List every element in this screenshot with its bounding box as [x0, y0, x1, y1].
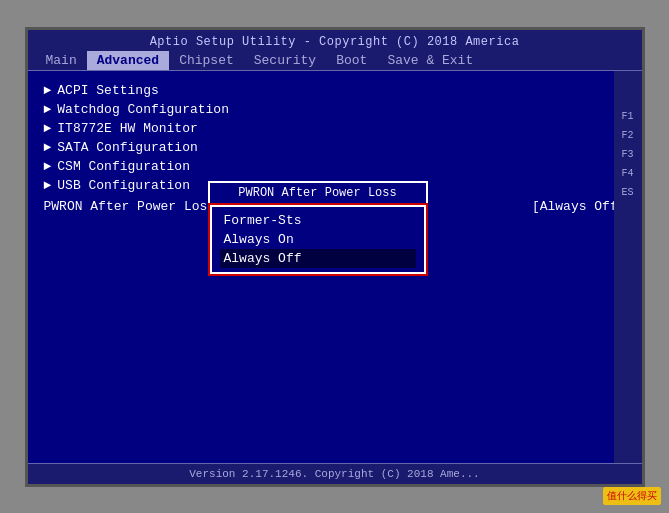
nav-save-exit[interactable]: Save & Exit: [377, 51, 483, 70]
popup-option-former[interactable]: Former-Sts: [220, 211, 416, 230]
nav-chipset[interactable]: Chipset: [169, 51, 244, 70]
nav-bar: Main Advanced Chipset Security Boot Save…: [28, 51, 642, 70]
fkey-f2[interactable]: F2: [621, 130, 633, 141]
popup-inner: Former-Sts Always On Always Off: [210, 205, 426, 274]
menu-item-label: USB Configuration: [57, 178, 190, 193]
arrow-icon: ►: [44, 159, 52, 174]
arrow-icon: ►: [44, 140, 52, 155]
fkey-f3[interactable]: F3: [621, 149, 633, 160]
nav-security[interactable]: Security: [244, 51, 326, 70]
fkey-f4[interactable]: F4: [621, 168, 633, 179]
list-item[interactable]: ► Watchdog Configuration: [44, 100, 626, 119]
menu-item-label: ACPI Settings: [57, 83, 158, 98]
fkey-f1[interactable]: F1: [621, 111, 633, 122]
menu-item-label: CSM Configuration: [57, 159, 190, 174]
arrow-icon: ►: [44, 102, 52, 117]
list-item[interactable]: ► ACPI Settings: [44, 81, 626, 100]
popup-option-always-on[interactable]: Always On: [220, 230, 416, 249]
bios-screen: Aptio Setup Utility - Copyright (C) 2018…: [25, 27, 645, 487]
footer-bar: Version 2.17.1246. Copyright (C) 2018 Am…: [28, 463, 642, 484]
menu-item-label: SATA Configuration: [57, 140, 197, 155]
popup-box: Former-Sts Always On Always Off: [208, 203, 428, 276]
list-item[interactable]: ► IT8772E HW Monitor: [44, 119, 626, 138]
arrow-icon: ►: [44, 121, 52, 136]
nav-main[interactable]: Main: [36, 51, 87, 70]
popup-title: PWRON After Power Loss: [208, 181, 428, 203]
pwron-value: [Always Off]: [532, 199, 626, 214]
function-keys-panel: F1 F2 F3 F4 ES: [614, 71, 642, 463]
popup-title-text: PWRON After Power Loss: [238, 186, 396, 200]
arrow-icon: ►: [44, 83, 52, 98]
arrow-icon: ►: [44, 178, 52, 193]
nav-boot[interactable]: Boot: [326, 51, 377, 70]
popup-overlay: PWRON After Power Loss Former-Sts Always…: [208, 181, 428, 276]
content-area: ► ACPI Settings ► Watchdog Configuration…: [28, 71, 642, 463]
popup-option-always-off[interactable]: Always Off: [220, 249, 416, 268]
list-item[interactable]: ► SATA Configuration: [44, 138, 626, 157]
footer-text: Version 2.17.1246. Copyright (C) 2018 Am…: [189, 468, 479, 480]
app-title: Aptio Setup Utility - Copyright (C) 2018…: [28, 30, 642, 51]
list-item[interactable]: ► CSM Configuration: [44, 157, 626, 176]
watermark-text: 值什么得买: [607, 490, 657, 501]
nav-advanced[interactable]: Advanced: [87, 51, 169, 70]
fkey-es[interactable]: ES: [621, 187, 633, 198]
menu-item-label: IT8772E HW Monitor: [57, 121, 197, 136]
watermark: 值什么得买: [603, 487, 661, 505]
menu-item-label: Watchdog Configuration: [57, 102, 229, 117]
title-text: Aptio Setup Utility - Copyright (C) 2018…: [150, 35, 520, 49]
pwron-label: PWRON After Power Loss: [44, 199, 216, 214]
